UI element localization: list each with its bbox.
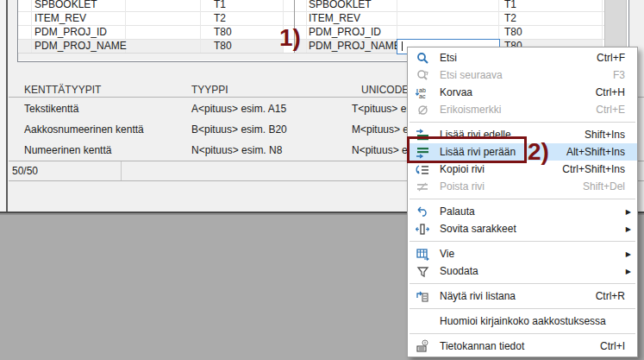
grid-cell-type[interactable]: T2 [504,11,516,25]
submenu-arrow-icon: ▶ [626,225,631,233]
legend-header-fieldtypes: KENTTÄTYYPIT [24,83,101,97]
grid-cell-type[interactable]: T1 [504,0,516,11]
legend-row-unicode: N<pituus> es [352,143,413,157]
menu-item-filter[interactable]: Suodata ▶ [408,262,637,280]
menu-item-label: Suodata [440,265,478,277]
legend-row-label: Aakkosnumeerinen kenttä [24,123,144,136]
grid-cell-name[interactable]: PDM_PROJ_ID [34,25,107,39]
grid-cell-name[interactable]: ITEM_REV [309,11,360,25]
menu-item-label: Poista rivi [440,180,485,193]
menu-item-shortcut: Ctrl+F [597,52,637,64]
menu-item-delete-row[interactable]: Poista rivi Shift+Del [408,178,637,195]
replace-icon: abac [415,85,430,99]
menu-separator [408,118,637,126]
menu-item-shortcut: Ctrl+H [596,86,637,98]
grid-col-line [602,0,603,53]
legend-row-unicode: M<pituus> e [352,123,409,136]
legend-row-unicode: T<pituus> es [352,102,411,116]
filter-icon [415,264,430,278]
grid-cell-name[interactable]: SPBOOKLET [34,0,97,11]
menu-item-shortcut: Shift+Ins [585,129,637,141]
menu-separator [408,237,637,245]
grid-cell-type[interactable]: T1 [214,0,226,11]
menu-item-label: Etsi [440,52,457,64]
grid-cell-type[interactable]: T2 [214,11,226,25]
menu-item-label: Palauta [440,205,475,218]
menu-item-show-row-as-list[interactable]: Näytä rivi listana Ctrl+R [408,287,637,305]
grid-cell-name[interactable]: SPBOOKLET [309,0,372,11]
annotation-step-2: 2) [528,138,549,166]
menu-separator [408,195,637,203]
grid-cell-type[interactable]: T80 [504,25,522,39]
svg-text:ac: ac [419,93,426,99]
delete-row-icon [415,180,430,193]
menu-item-shortcut: Ctrl+E [596,104,637,116]
text-caret [402,41,403,51]
menu-item-label: Huomioi kirjainkoko aakkostuksessa [440,315,606,327]
menu-item-export[interactable]: Vie ▶ [408,245,637,262]
menu-item-shortcut: Ctrl+I [600,340,637,352]
menu-separator [408,280,637,287]
menu-item-label: Tietokannan tiedot [440,340,524,352]
menu-separator [408,305,637,313]
menu-item-find-next[interactable]: Etsi seuraava F3 [408,66,637,84]
menu-item-label: Kopioi rivi [440,163,485,175]
menu-item-find[interactable]: Etsi Ctrl+F [408,49,637,66]
legend-row-type: N<pituus> esim. N8 [191,143,282,157]
menu-item-fit-columns[interactable]: Sovita sarakkeet ▶ [408,220,637,237]
legend-row-type: B<pituus> esim. B20 [191,123,287,136]
export-table-icon [415,247,430,261]
grid-cell-name[interactable]: ITEM_REV [34,11,86,25]
grid-col-line [31,0,32,53]
menu-item-copy-row[interactable]: Kopioi rivi Ctrl+Shift+Ins [408,161,637,178]
menu-item-label: Näytä rivi listana [440,290,516,302]
menu-item-shortcut: F3 [613,69,637,81]
no-icon [415,314,430,328]
grid-cell-name[interactable]: PDM_PROJ_ID [309,25,381,39]
menu-item-label: Vie [440,248,454,260]
annotation-step-1: 1) [279,24,301,52]
dialog-left-edge [0,0,6,212]
menu-separator [408,330,637,338]
statusbar-divider [121,161,122,180]
search-next-icon [415,68,430,82]
fit-columns-icon [415,222,430,236]
menu-item-case-sensitive-sort[interactable]: Huomioi kirjainkoko aakkostuksessa [408,313,637,330]
grid-cell-type[interactable]: T80 [214,39,232,53]
submenu-arrow-icon: ▶ [626,208,631,216]
row-count-status: 50/50 [12,164,38,178]
menu-item-shortcut: Ctrl+Shift+Ins [562,163,637,175]
grid-cell-type[interactable]: T80 [214,25,232,39]
menu-item-special-character[interactable]: Erikoismerkki Ctrl+E [408,101,637,118]
menu-item-label: Korvaa [440,86,472,98]
screen: SPBOOKLET ITEM_REV PDM_PROJ_ID PDM_PROJ_… [0,0,644,360]
grid-col-line [200,0,201,53]
search-icon [415,51,430,65]
context-menu: Etsi Ctrl+F Etsi seuraava F3 abac Korvaa… [407,47,638,357]
menu-item-label: Erikoismerkki [440,104,501,116]
menu-item-label: Etsi seuraava [440,69,503,81]
legend-header-type: TYYPPI [191,83,228,97]
menu-item-shortcut: Alt+Shift+Ins [566,146,637,158]
svg-text:ab: ab [419,87,426,93]
grid-col-line [306,0,307,53]
show-row-as-list-icon [415,289,430,303]
special-character-icon [415,103,430,117]
undo-icon [415,205,430,218]
grid-cell-name[interactable]: PDM_PROJ_NAME [34,39,127,53]
dialog-left-border [6,0,8,212]
menu-item-shortcut: Shift+Del [583,180,637,193]
legend-row-label: Tekstikenttä [24,102,78,116]
submenu-arrow-icon: ▶ [626,268,631,275]
database-info-icon [415,339,430,353]
menu-item-label: Sovita sarakkeet [440,223,516,235]
copy-row-icon [415,162,430,176]
annotation-highlight-box [407,136,527,163]
legend-row-label: Numeerinen kenttä [24,143,111,157]
menu-item-restore[interactable]: Palauta ▶ [408,203,637,220]
menu-item-replace[interactable]: abac Korvaa Ctrl+H [408,84,637,101]
legend-row-type: A<pituus> esim. A15 [191,102,286,116]
submenu-arrow-icon: ▶ [626,250,631,258]
grid-cell-name[interactable]: PDM_PROJ_NAME [309,39,401,53]
menu-item-database-info[interactable]: Tietokannan tiedot Ctrl+I [408,338,637,355]
